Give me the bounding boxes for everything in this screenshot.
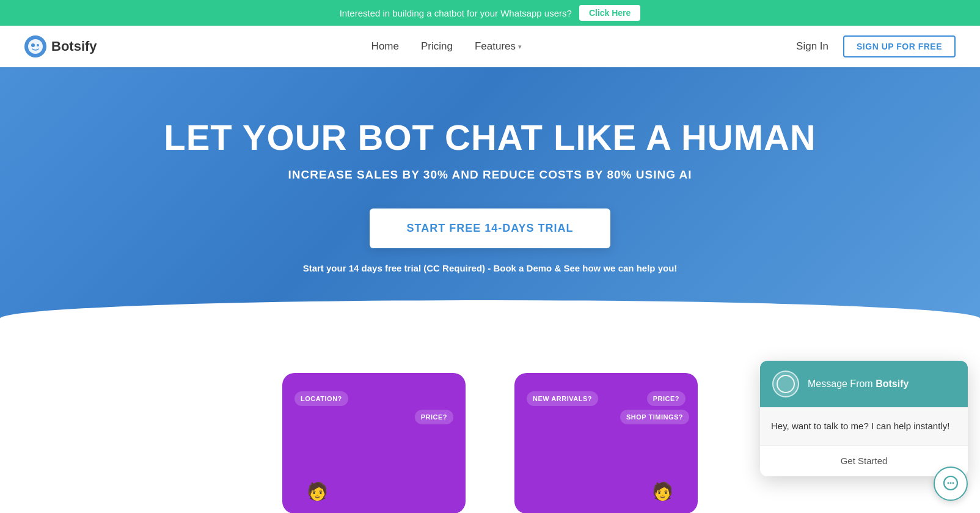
nav-link-home[interactable]: Home [371,40,399,52]
card-left: LOCATION? PRICE? 🧑 [282,373,466,513]
svg-point-7 [953,482,954,484]
bubble-newarrivals: NEW ARRIVALS? [527,391,598,406]
chat-avatar [772,371,799,397]
top-banner: Interested in building a chatbot for you… [0,0,980,26]
brand-logo[interactable]: Botsify [24,35,97,57]
svg-point-3 [37,44,39,46]
hero-subtitle: INCREASE SALES BY 30% AND REDUCE COSTS B… [288,168,692,182]
chat-footer[interactable]: Get Started [760,446,968,476]
chat-body: Hey, want to talk to me? I can help inst… [760,407,968,446]
navbar: Botsify Home Pricing Features ▾ Sign In … [0,26,980,67]
chat-bubble-icon [942,475,959,492]
card-right: NEW ARRIVALS? SHOP TIMINGS? PRICE? 🧑 [514,373,698,513]
chat-get-started-label[interactable]: Get Started [841,456,888,466]
bubble-location: LOCATION? [294,391,348,406]
svg-point-2 [31,43,35,47]
chat-header: Message From Botsify [760,361,968,407]
nav-link-pricing[interactable]: Pricing [421,40,453,52]
hero-section: LET YOUR BOT CHAT LIKE A HUMAN INCREASE … [0,67,980,349]
hero-title: LET YOUR BOT CHAT LIKE A HUMAN [164,118,816,157]
svg-point-1 [28,39,43,54]
bubble-price-left: PRICE? [415,410,453,424]
bubble-price-right: PRICE? [647,391,686,406]
hero-cta-button[interactable]: START FREE 14-DAYS TRIAL [370,209,610,248]
botsify-logo-icon [24,35,46,57]
nav-menu: Home Pricing Features ▾ [371,40,522,53]
svg-point-6 [950,482,952,484]
chevron-down-icon: ▾ [518,43,522,51]
navbar-right: Sign In SIGN UP FOR FREE [796,35,956,57]
brand-name: Botsify [51,39,97,54]
chat-widget: Message From Botsify Hey, want to talk t… [760,361,968,477]
chat-avatar-inner [777,375,795,393]
banner-cta-button[interactable]: Click Here [579,5,640,21]
person-icon-right: 🧑 [652,481,673,501]
hero-subtext: Start your 14 days free trial (CC Requir… [303,263,678,273]
person-icon-left: 🧑 [307,481,328,501]
signup-button[interactable]: SIGN UP FOR FREE [843,35,956,57]
nav-link-features[interactable]: Features ▾ [475,40,522,53]
banner-message: Interested in building a chatbot for you… [340,8,572,18]
chat-header-text: Message From Botsify [808,378,909,389]
chat-float-button[interactable] [934,467,968,501]
nav-item-pricing[interactable]: Pricing [421,40,453,53]
chat-message: Hey, want to talk to me? I can help inst… [771,419,957,434]
signin-link[interactable]: Sign In [796,40,828,53]
nav-item-home[interactable]: Home [371,40,399,53]
nav-item-features[interactable]: Features ▾ [475,40,522,53]
svg-point-5 [948,482,949,484]
bubble-shoptimings: SHOP TIMINGS? [620,410,689,424]
